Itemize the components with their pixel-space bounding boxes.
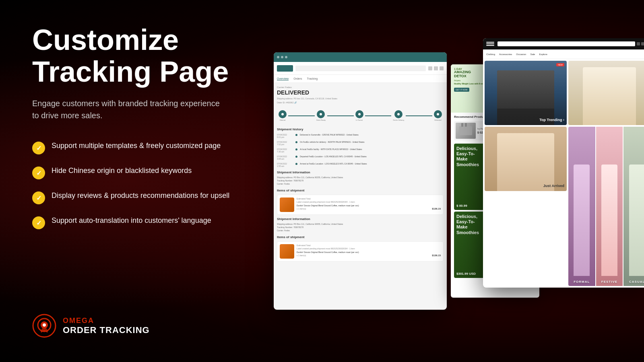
step-line-2: [327, 115, 354, 116]
logo-bottom-text: ORDER TRACKING: [63, 325, 150, 335]
product-toaster-image: [456, 123, 476, 139]
step-transit: In Transit: [355, 110, 363, 121]
history-dot-4: [295, 156, 297, 158]
check-icon-3: [32, 191, 45, 204]
category-formal[interactable]: FORMAL: [568, 127, 595, 286]
category-casual-figure: [629, 165, 644, 276]
shipment-info-section: Shipment Information Shipping address: P…: [277, 171, 444, 185]
history-item-5: 07/04/20221:55 am Arrived at FedEx Locat…: [277, 162, 444, 167]
check-icon-1: [32, 142, 45, 154]
history-desc-4: Departed FedEx Location - LOS ANGELES IN…: [300, 155, 444, 160]
step-label-ready: Order Ready: [316, 119, 326, 121]
history-dot-5: [295, 163, 297, 165]
step-outfordelivery: Out for Delivery: [393, 110, 404, 121]
shop-header: [483, 38, 644, 49]
trending-label: Top Trending ›: [539, 118, 564, 122]
history-date-5: 07/04/20221:55 am: [277, 162, 293, 167]
step-line-3: [365, 115, 392, 116]
shop-nav-sale[interactable]: Sale: [530, 53, 535, 56]
right-panel: Overview Orders Tracking Carrier Fedex D…: [274, 0, 644, 362]
header-dot-3: [285, 56, 287, 58]
item-details: Estimated Total: Label created pending s…: [297, 197, 441, 212]
feature-item-3: Display reviews & products recommendatio…: [32, 191, 242, 204]
shop-header-actions: [637, 42, 644, 45]
tracking-nav: [274, 62, 447, 75]
shop-screenshot: Clothing Accessories Occasion Sale Explo…: [483, 38, 644, 288]
shipment-info-text: Shipping address: PO Box 111, California…: [277, 176, 444, 185]
category-casual[interactable]: CASUAL: [623, 127, 644, 286]
tracking-nav-logo: [277, 65, 293, 72]
category-strip: FORMAL FESTIVE CASUAL: [568, 127, 644, 286]
feature-item-2: Hide Chinese origin or blacklisted keywo…: [32, 166, 242, 179]
shop-nav-clothing[interactable]: Clothing: [486, 53, 495, 56]
item-product-name: Estimated Total: Label created pending s…: [297, 197, 441, 207]
nav-icon-1: [428, 66, 432, 70]
history-date-4: 07/04/20223:08 am: [277, 155, 293, 160]
tracking-carrier: Carrier Fedex: [277, 86, 444, 88]
history-title: Shipment history: [277, 128, 444, 131]
category-formal-figure: [574, 165, 590, 276]
shop-nav-accessories[interactable]: Accessories: [499, 53, 512, 56]
tracking-orderid: Order ID: #400062 🔗: [277, 101, 444, 104]
shop-header-icon-1: [637, 42, 640, 45]
check-icon-4: [32, 216, 45, 229]
smoothie-price-2: $301.99 USD: [456, 272, 476, 276]
history-dot-2: [295, 141, 297, 143]
ad-cta-button[interactable]: GET IT NOW: [454, 88, 469, 92]
history-dot-1: [295, 134, 297, 136]
left-panel: Customize Tracking Page Engage customers…: [0, 0, 274, 362]
feature-item-1: Support multiple templates & freely cust…: [32, 141, 242, 154]
tracking-tab-overview[interactable]: Overview: [277, 77, 289, 80]
shipment-info-section-2: Shipment Information Shipping address: P…: [277, 217, 444, 232]
item-product-image-2: [280, 244, 294, 259]
step-circle-outfordelivery: [394, 110, 402, 118]
category-festive[interactable]: FESTIVE: [596, 127, 623, 286]
just-arrived-card: Just Arrived: [485, 127, 567, 191]
shop-header-icon-2: [641, 42, 644, 45]
shop-search-bar[interactable]: [497, 41, 635, 46]
tracking-body: Carrier Fedex DELIVERED Shipping address…: [274, 83, 447, 310]
history-item-4: 07/04/20223:08 am Departed FedEx Locatio…: [277, 155, 444, 160]
item-product-name-2: Estimated Total: Label created pending s…: [297, 244, 441, 253]
fashion-card-1: [568, 61, 644, 125]
tracking-address: Shipping address: PO box 111, Coronado, …: [277, 97, 444, 100]
history-date-1: 07/04/20228:01 pm: [277, 134, 293, 138]
item-card-1: Estimated Total: Label created pending s…: [277, 195, 444, 215]
shop-body: NEW Top Trending › Just Arrived: [483, 59, 644, 288]
shop-nav-occasion[interactable]: Occasion: [516, 53, 526, 56]
history-item-1: 07/04/20228:01 pm Delivered in Sumervill…: [277, 134, 444, 138]
history-item-2: 07/04/20227:52 pm On FedEx vehicle for d…: [277, 141, 444, 146]
item-product-price: $136.15: [432, 208, 441, 210]
step-label-outfordelivery: Out for Delivery: [393, 119, 404, 121]
nav-icon-3: [440, 66, 444, 70]
items-section-2: Items of shipment Estimated Total: Label…: [277, 235, 444, 261]
fashion-dress-1: [583, 67, 636, 125]
shop-nav-explore[interactable]: Explore: [539, 53, 547, 56]
smoothie-title-2: Delicious,Easy-To-MakeSmoothies: [456, 214, 479, 235]
header-dot-1: [277, 56, 279, 58]
tracking-tab-orders[interactable]: Orders: [293, 77, 302, 80]
item-product-price-2: $136.15: [432, 254, 441, 257]
tracking-status: DELIVERED: [277, 89, 444, 96]
items-section: Items of shipment Estimated Total: Label…: [277, 189, 444, 215]
step-circle-transit: [355, 110, 363, 118]
category-festive-label: FESTIVE: [601, 280, 617, 284]
step-circle-ready: [317, 110, 325, 118]
shop-nav: Clothing Accessories Occasion Sale Explo…: [483, 49, 644, 59]
item-card-2: Estimated Total: Label created pending s…: [277, 241, 444, 261]
items-title-2: Items of shipment: [277, 235, 444, 239]
page-subtitle: Engage customers with branded tracking e…: [32, 97, 225, 121]
header-dot-2: [281, 56, 283, 58]
tracking-screenshot: Overview Orders Tracking Carrier Fedex D…: [274, 52, 447, 310]
item-product-image: [280, 197, 294, 212]
check-icon-2: [32, 167, 45, 179]
tracking-steps: Ordered Order Ready In Transit: [277, 107, 444, 124]
trending-card: NEW Top Trending ›: [485, 61, 567, 125]
logo-text: OMEGA ORDER TRACKING: [63, 317, 150, 335]
history-item-3: 07/04/20227:30 am At local FedEx facilit…: [277, 148, 444, 153]
just-arrived-person: [497, 133, 555, 191]
shipment-info-text-2: Shipping address: PO Box 111, California…: [277, 222, 444, 232]
history-date-2: 07/04/20227:52 pm: [277, 141, 293, 146]
step-circle-delivered: [434, 110, 442, 118]
tracking-tab-tracking[interactable]: Tracking: [307, 77, 318, 80]
